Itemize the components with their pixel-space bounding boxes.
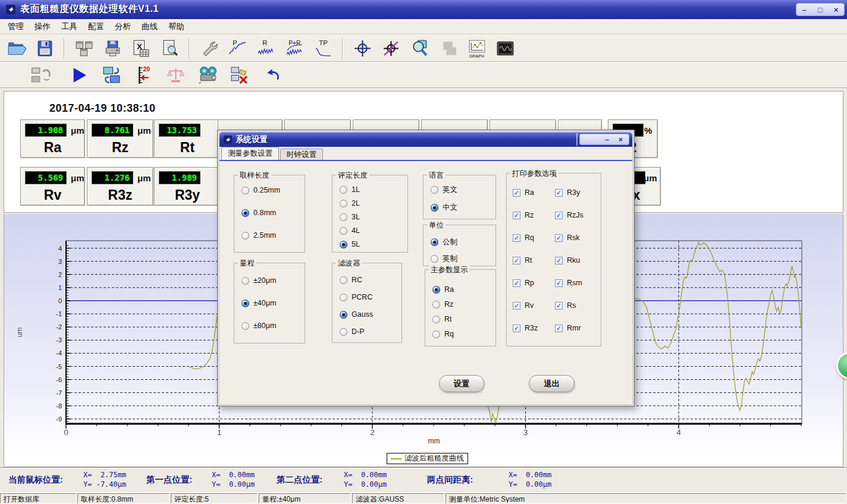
menu-item-5[interactable]: 曲线 xyxy=(136,20,163,34)
checkbox-Rv[interactable]: ✓ xyxy=(513,302,520,310)
range-ruler-icon[interactable]: 20 xyxy=(132,64,155,86)
option-3L[interactable]: 3L xyxy=(332,212,407,222)
option-±20μm[interactable]: ±20μm xyxy=(234,275,305,286)
menu-item-2[interactable]: 工具 xyxy=(56,20,83,34)
checkbox-R3z[interactable]: ✓ xyxy=(513,325,520,332)
radio-Ra[interactable] xyxy=(432,286,440,294)
zoom-magnifier-icon[interactable] xyxy=(408,37,431,59)
exit-button[interactable]: 退出 xyxy=(529,375,575,392)
option-±80μm[interactable]: ±80μm xyxy=(234,320,305,331)
option-2.5mm[interactable]: 2.5mm xyxy=(234,230,305,241)
save-print-icon[interactable] xyxy=(101,37,124,59)
radio-英文[interactable] xyxy=(431,186,438,194)
print-option-Rv[interactable]: ✓Rv xyxy=(513,299,555,312)
dialog-minimize-icon[interactable]: – xyxy=(605,136,609,143)
print-option-Rz[interactable]: ✓Rz xyxy=(513,209,555,222)
option-±40μm[interactable]: ±40μm xyxy=(234,298,305,308)
radio-Rz[interactable] xyxy=(432,301,440,308)
print-option-Ra[interactable]: ✓Ra xyxy=(513,186,555,199)
p-curve-icon[interactable]: P xyxy=(226,37,249,59)
radio-4L[interactable] xyxy=(340,227,347,235)
pr-curve-icon[interactable]: P+R xyxy=(283,37,306,59)
print-option-Rmr[interactable]: ✓Rmr xyxy=(555,322,597,335)
dialog-titlebar[interactable]: 系统设置 – × xyxy=(219,132,632,147)
option-Ra[interactable]: Ra xyxy=(425,284,495,295)
play-icon[interactable] xyxy=(68,64,90,86)
data-transfer-icon[interactable] xyxy=(100,64,123,86)
close-icon[interactable]: × xyxy=(834,6,839,14)
dialog-close-icon[interactable]: × xyxy=(619,136,623,143)
tab-measure-params[interactable]: 测量参数设置 xyxy=(221,147,279,160)
radio-中文[interactable] xyxy=(431,204,438,212)
radio-D-P[interactable] xyxy=(340,328,347,336)
print-option-R3z[interactable]: ✓R3z xyxy=(513,322,555,335)
checkbox-Ra[interactable]: ✓ xyxy=(513,189,520,197)
radio-2.5mm[interactable] xyxy=(241,232,249,240)
option-2L[interactable]: 2L xyxy=(332,198,407,209)
save-floppy-icon[interactable] xyxy=(33,37,56,59)
menu-item-6[interactable]: 帮助 xyxy=(163,20,190,34)
open-folder-icon[interactable] xyxy=(5,37,27,59)
print-option-Rq[interactable]: ✓Rq xyxy=(513,231,555,244)
option-1L[interactable]: 1L xyxy=(332,184,407,195)
r-curve-icon[interactable]: R xyxy=(255,37,277,59)
checkbox-Rsk[interactable]: ✓ xyxy=(555,234,563,242)
option-5L[interactable]: 5L xyxy=(332,239,407,250)
option-PCRC[interactable]: PCRC xyxy=(332,292,401,303)
radio-5L[interactable] xyxy=(340,241,347,248)
menu-item-0[interactable]: 管理 xyxy=(2,20,29,34)
checkbox-Rku[interactable]: ✓ xyxy=(555,257,563,264)
option-D-P[interactable]: D-P xyxy=(332,326,401,337)
option-4L[interactable]: 4L xyxy=(332,225,407,236)
settings-wrench-icon[interactable] xyxy=(197,37,220,59)
database-icon[interactable] xyxy=(73,37,95,59)
oscilloscope-icon[interactable] xyxy=(494,37,516,59)
radio-0.25mm[interactable] xyxy=(241,187,249,194)
radio-3L[interactable] xyxy=(340,213,347,221)
checkbox-Rz[interactable]: ✓ xyxy=(513,212,520,219)
checkbox-Rsm[interactable]: ✓ xyxy=(555,279,563,287)
tp-curve-icon[interactable]: TP xyxy=(312,37,334,59)
radio-公制[interactable] xyxy=(431,238,438,246)
print-option-Rp[interactable]: ✓Rp xyxy=(513,276,555,289)
checkbox-Rq[interactable]: ✓ xyxy=(513,234,520,242)
menu-item-1[interactable]: 操作 xyxy=(29,20,56,34)
print-option-R3y[interactable]: ✓R3y xyxy=(555,186,597,199)
menu-item-4[interactable]: 分析 xyxy=(109,20,136,34)
option-公制[interactable]: 公制 xyxy=(424,237,495,247)
minimize-icon[interactable]: – xyxy=(802,6,807,14)
export-excel-icon[interactable]: X xyxy=(130,37,152,59)
apply-button[interactable]: 设置 xyxy=(439,375,484,392)
print-option-Rt[interactable]: ✓Rt xyxy=(513,254,555,267)
crosshair-icon[interactable] xyxy=(351,37,374,59)
checkbox-Rmr[interactable]: ✓ xyxy=(555,325,563,332)
radio-±40μm[interactable] xyxy=(241,300,249,307)
print-option-Rsm[interactable]: ✓Rsm xyxy=(555,276,597,289)
checkbox-Rs[interactable]: ✓ xyxy=(555,302,563,310)
radio-1L[interactable] xyxy=(340,186,347,194)
radio-Gauss[interactable] xyxy=(340,311,347,319)
disconnect-icon[interactable] xyxy=(228,64,251,86)
print-option-Rs[interactable]: ✓Rs xyxy=(555,299,597,312)
radio-Rq[interactable] xyxy=(432,330,440,338)
radio-PCRC[interactable] xyxy=(340,294,347,301)
option-Rq[interactable]: Rq xyxy=(425,329,495,339)
crosshair-off-icon[interactable] xyxy=(379,37,402,59)
radio-2L[interactable] xyxy=(340,200,347,207)
option-RC[interactable]: RC xyxy=(332,275,401,285)
radio-±20μm[interactable] xyxy=(241,277,249,285)
radio-英制[interactable] xyxy=(431,255,438,263)
projector-icon[interactable] xyxy=(196,64,219,86)
print-option-Rku[interactable]: ✓Rku xyxy=(555,254,597,267)
menu-item-3[interactable]: 配置 xyxy=(83,20,109,34)
option-Rt[interactable]: Rt xyxy=(425,314,495,325)
option-0.25mm[interactable]: 0.25mm xyxy=(234,185,305,196)
option-0.8mm[interactable]: 0.8mm xyxy=(234,207,305,218)
option-中文[interactable]: 中文 xyxy=(424,202,495,213)
print-option-RzJs[interactable]: ✓RzJs xyxy=(555,209,597,222)
undo-icon[interactable] xyxy=(261,64,283,86)
window-titlebar[interactable]: 表面粗糙度仪数据处理软件V1.1 – □ × xyxy=(0,0,847,19)
maximize-icon[interactable]: □ xyxy=(818,6,823,14)
radio-Rt[interactable] xyxy=(432,316,440,323)
checkbox-RzJs[interactable]: ✓ xyxy=(555,212,563,219)
